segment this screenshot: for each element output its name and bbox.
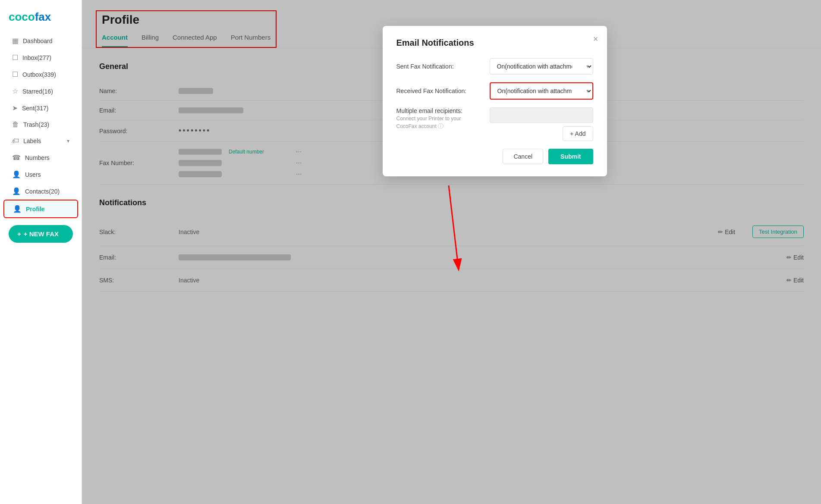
modal-close-button[interactable]: ×	[593, 34, 598, 43]
sent-fax-select[interactable]: On(notification with attachment)	[490, 58, 593, 75]
sidebar-item-users[interactable]: 👤 Users	[3, 166, 78, 183]
sidebar-item-label: Dashboard	[23, 38, 69, 44]
labels-icon: 🏷	[12, 137, 19, 145]
chevron-down-icon: ▾	[67, 138, 69, 144]
numbers-icon: ☎	[12, 153, 21, 162]
sidebar-item-label: Numbers	[25, 154, 69, 161]
sent-fax-select-wrapper: On(notification with attachment) ▾	[490, 58, 593, 75]
new-fax-label: + NEW FAX	[24, 230, 59, 238]
sidebar-item-contacts[interactable]: 👤 Contacts(20)	[3, 183, 78, 200]
multiple-email-input[interactable]	[490, 107, 593, 123]
main-content: Profile Account Billing Connected App Po…	[82, 0, 821, 504]
star-icon: ☆	[12, 87, 18, 95]
sidebar-item-outbox[interactable]: ☐ Outbox(339)	[3, 66, 78, 83]
multiple-email-sublabel: Connect your Printer to yourCocoFax acco…	[396, 115, 483, 130]
sidebar-item-label: Trash(23)	[23, 121, 69, 128]
sidebar: cocofax ▦ Dashboard ☐ Inbox(277) ☐ Outbo…	[0, 0, 82, 504]
sidebar-item-sent[interactable]: ➤ Sent(317)	[3, 100, 78, 116]
help-icon[interactable]: ⓘ	[438, 123, 444, 129]
modal-overlay: Email Notifications × Sent Fax Notificat…	[82, 0, 821, 504]
logo: cocofax	[0, 7, 82, 32]
chevron-down-icon: ▾	[586, 63, 589, 69]
received-fax-field: Received Fax Notification: On(notificati…	[396, 82, 593, 100]
cancel-button[interactable]: Cancel	[503, 149, 543, 164]
received-fax-select[interactable]: On(notification with attachment)	[490, 82, 593, 100]
trash-icon: 🗑	[12, 121, 19, 128]
dashboard-icon: ▦	[12, 37, 19, 45]
users-icon: 👤	[12, 170, 21, 178]
new-fax-button[interactable]: + + NEW FAX	[9, 225, 73, 243]
received-fax-label: Received Fax Notification:	[396, 88, 483, 94]
multiple-email-label: Multiple email recipients:	[396, 107, 483, 114]
add-email-button[interactable]: + Add	[563, 126, 593, 141]
sidebar-item-starred[interactable]: ☆ Starred(16)	[3, 83, 78, 100]
sent-icon: ➤	[12, 104, 18, 112]
profile-icon: 👤	[13, 205, 22, 213]
modal-title: Email Notifications	[396, 38, 593, 48]
sidebar-item-label: Sent(317)	[22, 105, 69, 112]
sidebar-item-label: Labels	[23, 138, 41, 144]
received-fax-select-wrapper: On(notification with attachment) ▾	[490, 82, 593, 100]
plus-icon: +	[17, 230, 21, 238]
sent-fax-label: Sent Fax Notification:	[396, 63, 483, 70]
profile-area: Profile Account Billing Connected App Po…	[82, 0, 821, 504]
sidebar-item-label: Contacts(20)	[25, 188, 69, 195]
chevron-down-icon: ▾	[586, 88, 589, 94]
outbox-icon: ☐	[12, 70, 18, 78]
email-notifications-modal: Email Notifications × Sent Fax Notificat…	[383, 26, 607, 176]
sidebar-item-profile[interactable]: 👤 Profile	[3, 200, 78, 218]
contacts-icon: 👤	[12, 187, 21, 195]
multiple-email-field: Multiple email recipients: Connect your …	[396, 107, 593, 141]
sidebar-item-label: Inbox(277)	[22, 54, 69, 61]
modal-actions: Cancel Submit	[396, 149, 593, 164]
sidebar-item-label: Profile	[26, 206, 69, 213]
submit-button[interactable]: Submit	[548, 149, 593, 164]
sidebar-item-label: Starred(16)	[22, 88, 69, 95]
sidebar-item-dashboard[interactable]: ▦ Dashboard	[3, 32, 78, 49]
sidebar-item-inbox[interactable]: ☐ Inbox(277)	[3, 49, 78, 66]
sidebar-item-trash[interactable]: 🗑 Trash(23)	[3, 116, 78, 133]
sidebar-item-label: Outbox(339)	[22, 71, 69, 78]
logo-coco: coco	[9, 10, 35, 23]
logo-fax: fax	[35, 10, 51, 23]
sent-fax-field: Sent Fax Notification: On(notification w…	[396, 58, 593, 75]
inbox-icon: ☐	[12, 53, 18, 62]
sidebar-item-label: Users	[25, 171, 69, 178]
sidebar-item-numbers[interactable]: ☎ Numbers	[3, 149, 78, 166]
sidebar-item-labels[interactable]: 🏷 Labels ▾	[3, 133, 78, 149]
